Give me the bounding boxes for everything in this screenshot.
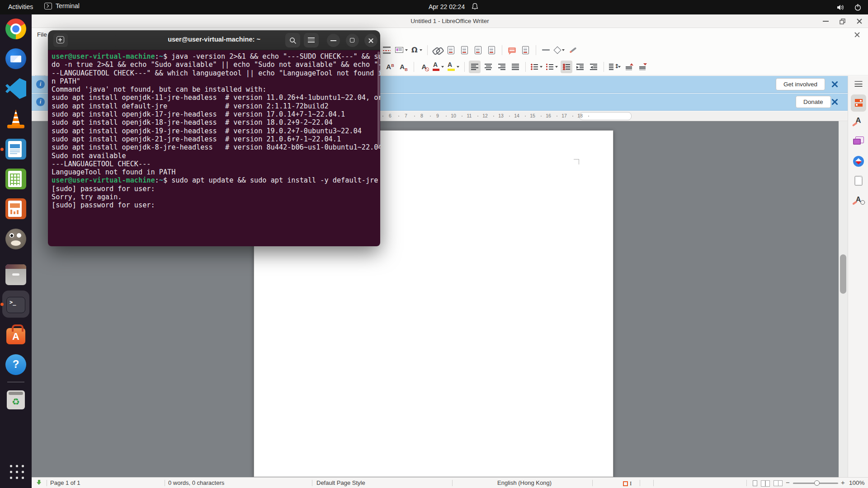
get-involved-button[interactable]: Get involved — [776, 78, 825, 90]
sidebar-tab-gallery[interactable] — [848, 141, 868, 141]
multi-page-view-button[interactable] — [761, 480, 770, 486]
sidebar-tab-styles[interactable] — [848, 121, 868, 121]
superscript-button[interactable] — [384, 61, 396, 73]
infobar-close-icon[interactable] — [831, 98, 839, 106]
zoom-level[interactable]: 100% — [849, 479, 865, 486]
dock-item-trash[interactable] — [2, 386, 29, 413]
font-color-button[interactable] — [432, 61, 445, 73]
search-button[interactable] — [285, 33, 300, 47]
menu-button[interactable] — [304, 33, 319, 47]
dock-item-thunderbird[interactable] — [2, 45, 29, 72]
ordered-list-button[interactable] — [545, 61, 559, 73]
no-list-button[interactable] — [561, 61, 572, 73]
sidebar-tab-properties[interactable] — [848, 103, 868, 103]
files-icon — [5, 264, 26, 285]
horizontal-line-button[interactable] — [540, 44, 552, 56]
document-close-icon[interactable] — [854, 32, 860, 38]
text-language[interactable]: English (Hong Kong) — [497, 479, 552, 486]
infobar-close-icon[interactable] — [831, 80, 839, 88]
footnote-button[interactable] — [445, 44, 457, 56]
vertical-scrollbar[interactable] — [839, 121, 848, 477]
chevron-down-icon[interactable] — [441, 66, 444, 68]
bookmark-button[interactable] — [472, 44, 484, 56]
increase-indent-button[interactable] — [574, 61, 586, 73]
save-status-icon[interactable] — [36, 480, 42, 486]
terminal-close-button[interactable] — [364, 34, 377, 47]
chevron-down-icon[interactable] — [562, 49, 565, 51]
decrease-indent-button[interactable] — [588, 61, 599, 73]
volume-icon[interactable] — [836, 4, 845, 11]
endnote-button[interactable] — [459, 44, 471, 56]
terminal-maximize-button[interactable] — [346, 34, 359, 47]
dock-item-vscode[interactable] — [2, 75, 29, 102]
track-changes-button[interactable] — [520, 44, 532, 56]
zoom-slider-knob[interactable] — [814, 480, 820, 486]
word-count[interactable]: 0 words, 0 characters — [168, 479, 224, 486]
page-style[interactable]: Default Page Style — [316, 479, 365, 486]
text-box-button[interactable] — [394, 44, 409, 56]
zoom-in-button[interactable]: + — [841, 479, 845, 486]
scrollbar-thumb[interactable] — [840, 254, 846, 294]
sidebar-tab-style-inspector[interactable] — [848, 200, 868, 200]
chevron-down-icon[interactable] — [420, 49, 422, 51]
align-right-button[interactable] — [496, 61, 508, 73]
book-view-button[interactable] — [774, 480, 783, 486]
chevron-down-icon[interactable] — [555, 66, 558, 68]
subscript-button[interactable] — [398, 61, 410, 73]
clock[interactable]: Apr 22 02:24 — [429, 3, 479, 10]
dock-item-calc[interactable] — [2, 165, 29, 192]
cross-reference-button[interactable] — [486, 44, 498, 56]
minimize-icon[interactable] — [823, 21, 829, 22]
sidebar-tab-page[interactable] — [848, 181, 868, 181]
selection-mode-icon[interactable]: I — [623, 480, 632, 487]
focused-app-indicator[interactable]: Terminal — [44, 2, 80, 9]
highlight-color-button[interactable] — [447, 61, 460, 73]
line-spacing-button[interactable] — [608, 61, 622, 73]
hyperlink-button[interactable] — [432, 44, 443, 56]
align-left-button[interactable] — [469, 61, 481, 73]
dock-item-terminal[interactable] — [2, 291, 29, 318]
terminal-scrollbar[interactable] — [377, 52, 380, 147]
freeform-line-button[interactable] — [567, 44, 579, 56]
chevron-down-icon[interactable] — [540, 66, 542, 68]
page-count[interactable]: Page 1 of 1 — [50, 479, 80, 486]
dock-item-files[interactable] — [2, 261, 29, 288]
align-center-button[interactable] — [482, 61, 494, 73]
terminal-minimize-button[interactable] — [327, 34, 340, 47]
decrease-para-spacing-button[interactable] — [637, 61, 649, 73]
dock-item-software[interactable] — [2, 321, 29, 348]
power-icon[interactable] — [854, 4, 862, 11]
dock-item-apps[interactable] — [2, 457, 29, 484]
writer-titlebar[interactable]: Untitled 1 - LibreOffice Writer — [32, 14, 868, 28]
terminal-screen[interactable]: user@user-virtual-machine:~$ java -versi… — [48, 50, 380, 246]
single-page-view-button[interactable] — [753, 480, 757, 486]
ruler-number: 18 — [577, 113, 583, 118]
zoom-out-button[interactable]: − — [786, 479, 790, 486]
comment-button[interactable] — [506, 44, 518, 56]
dock-item-help[interactable] — [2, 351, 29, 378]
sidebar-tab-navigator[interactable] — [848, 161, 868, 162]
basic-shapes-button[interactable] — [554, 44, 566, 56]
menu-file[interactable]: File — [37, 31, 47, 38]
search-icon — [289, 37, 297, 44]
terminal-titlebar[interactable]: user@user-virtual-machine: ~ — [48, 30, 380, 50]
dock-item-impress[interactable] — [2, 195, 29, 222]
dock-item-chrome[interactable] — [2, 15, 29, 42]
sidebar-tab-sidebar-settings[interactable] — [848, 84, 868, 84]
restore-icon[interactable] — [840, 19, 845, 24]
activities-button[interactable]: Activities — [8, 3, 33, 10]
dock-item-vlc[interactable] — [2, 105, 29, 132]
dock-item-gimp[interactable] — [2, 225, 29, 253]
chevron-down-icon[interactable] — [457, 66, 459, 68]
close-icon[interactable] — [856, 18, 863, 24]
clear-formatting-button[interactable] — [418, 61, 430, 73]
donate-button[interactable]: Donate — [796, 96, 831, 108]
chevron-down-icon[interactable] — [405, 49, 408, 51]
unordered-list-button[interactable] — [530, 61, 543, 73]
dock-item-writer[interactable] — [2, 136, 29, 163]
justify-button[interactable] — [509, 61, 521, 73]
increase-para-spacing-button[interactable] — [623, 61, 635, 73]
special-character-button[interactable] — [410, 44, 423, 56]
zoom-slider[interactable] — [793, 483, 838, 484]
page-break-button[interactable] — [381, 44, 392, 56]
